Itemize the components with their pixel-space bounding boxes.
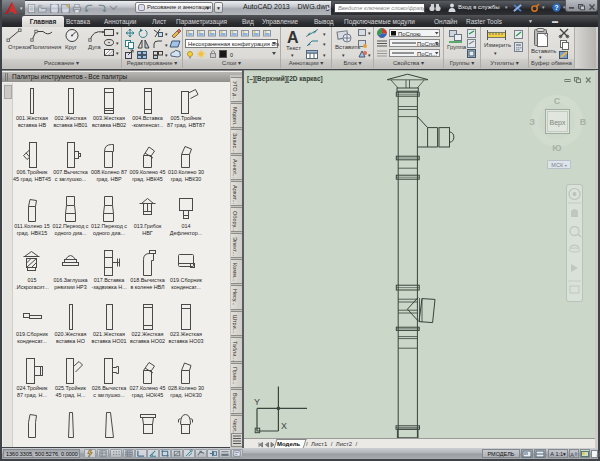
svg-text:ПоСлою: ПоСлою <box>398 31 421 37</box>
svg-text:Дуга: Дуга <box>88 44 101 50</box>
svg-text:ПоСл...: ПоСл... <box>417 51 437 57</box>
svg-text:Круг: Круг <box>65 44 78 50</box>
svg-text:▾: ▾ <box>368 52 371 58</box>
svg-text:Текст: Текст <box>286 45 301 51</box>
svg-text:▾: ▾ <box>165 42 168 48</box>
svg-text:▾: ▾ <box>165 52 168 58</box>
svg-text:Полилиния: Полилиния <box>30 44 61 50</box>
svg-text:0: 0 <box>230 52 233 58</box>
svg-text:▾: ▾ <box>291 52 294 58</box>
svg-text:Отрезок: Отрезок <box>8 44 31 50</box>
svg-text:А: А <box>570 451 574 457</box>
svg-text:Группа: Группа <box>447 44 467 50</box>
svg-text:▾: ▾ <box>116 50 119 56</box>
svg-text:Вставить: Вставить <box>335 44 360 50</box>
svg-text:A: A <box>287 29 299 46</box>
svg-text:▾: ▾ <box>323 41 326 47</box>
svg-text:▾: ▾ <box>368 30 371 36</box>
svg-text:ПоСлож: ПоСлож <box>417 41 439 47</box>
svg-text:▾: ▾ <box>165 31 168 37</box>
svg-text:Y: Y <box>254 397 260 407</box>
svg-text:Несохраненная конфигурация сло: Несохраненная конфигурация сло <box>188 41 279 47</box>
svg-text:?: ? <box>554 4 558 11</box>
svg-text:▾: ▾ <box>539 54 542 59</box>
svg-text:Вставить: Вставить <box>531 48 556 54</box>
svg-text:▾: ▾ <box>342 52 345 58</box>
svg-text:▾: ▾ <box>323 31 326 37</box>
svg-text:▾: ▾ <box>494 50 497 56</box>
svg-text:▾: ▾ <box>116 30 119 36</box>
svg-text:X: X <box>281 421 287 431</box>
svg-text:▾: ▾ <box>116 40 119 46</box>
svg-text:Измерить: Измерить <box>484 42 511 48</box>
svg-text:▾: ▾ <box>323 52 326 58</box>
